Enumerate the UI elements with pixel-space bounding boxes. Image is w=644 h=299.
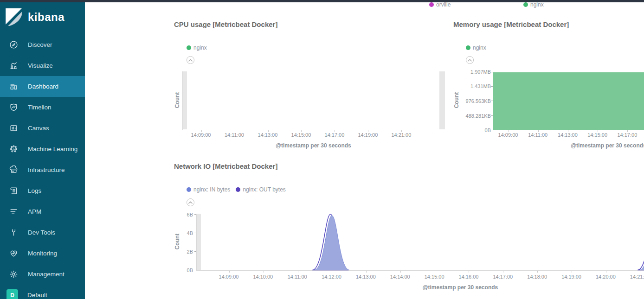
x-tick-mark bbox=[537, 271, 538, 273]
legend-collapse-button[interactable] bbox=[466, 56, 474, 64]
cpu-usage-panel-title[interactable]: CPU usage [Metricbeat Docker] bbox=[174, 20, 277, 28]
y-tick-mark bbox=[194, 251, 196, 252]
x-tick-mark bbox=[572, 271, 572, 273]
sidebar-item-timelion[interactable]: Timelion bbox=[0, 97, 85, 118]
chevron-up-icon bbox=[188, 201, 193, 204]
x-tick-mark bbox=[606, 271, 606, 273]
legend-color-dot bbox=[236, 187, 240, 192]
memory-x-axis-title: @timestamp per 30 seconds bbox=[493, 142, 644, 149]
network-x-axis-ticks: 14:09:0014:10:0014:11:0014:12:0014:13:00… bbox=[196, 274, 644, 280]
y-tick-mark bbox=[194, 233, 196, 233]
memory-chart-plot[interactable] bbox=[493, 71, 644, 130]
legend-item-nginx[interactable]: nginx bbox=[187, 45, 207, 51]
sidebar-item-management[interactable]: Management bbox=[0, 264, 85, 285]
network-io-panel-title[interactable]: Network IO [Metricbeat Docker] bbox=[174, 162, 277, 170]
x-tick-label: 14:20:00 bbox=[596, 274, 616, 280]
cpu-y-axis-label: Count bbox=[174, 82, 180, 119]
network-chart-plot[interactable] bbox=[196, 214, 644, 271]
legend-item-nginx-in-bytes[interactable]: nginx: IN bytes bbox=[187, 186, 230, 193]
sidebar-item-apm[interactable]: APM bbox=[0, 201, 85, 222]
memory-x-axis-ticks: 14:09:0014:11:0014:13:0014:15:0014:17:00… bbox=[493, 132, 644, 139]
sidebar-item-label: Infrastructure bbox=[28, 166, 65, 173]
y-tick-label: 4B bbox=[187, 230, 193, 236]
y-tick-label: 1.907MB bbox=[470, 69, 491, 75]
x-tick-mark bbox=[640, 271, 640, 273]
x-tick-mark bbox=[264, 271, 264, 273]
legend-collapse-button[interactable] bbox=[187, 56, 194, 64]
legend-label: nginx: IN bytes bbox=[193, 186, 230, 193]
cpu-chart-plot[interactable] bbox=[182, 71, 444, 130]
network-io-area-series bbox=[197, 214, 644, 270]
sidebar-item-label: Monitoring bbox=[28, 250, 57, 257]
y-tick-label: 1.431MB bbox=[470, 83, 491, 89]
cpu-legend: nginx bbox=[187, 45, 207, 51]
memory-area-series-nginx bbox=[493, 72, 644, 130]
x-tick-mark bbox=[400, 271, 401, 273]
x-tick-label: 14:16:00 bbox=[459, 274, 479, 280]
y-tick-label: 0B bbox=[187, 267, 193, 273]
y-tick-mark bbox=[491, 115, 493, 116]
network-x-axis-title: @timestamp per 30 seconds bbox=[196, 284, 644, 291]
cpu-x-axis-ticks: 14:09:0014:11:0014:13:0014:15:0014:17:00… bbox=[182, 132, 444, 139]
sidebar-item-monitoring[interactable]: Monitoring bbox=[0, 243, 85, 264]
x-tick-label: 14:09:00 bbox=[191, 132, 211, 138]
top-header-edge bbox=[0, 0, 644, 2]
x-tick-label: 14:10:00 bbox=[253, 274, 273, 280]
x-tick-mark bbox=[332, 271, 332, 273]
network-legend: nginx: IN bytesnginx: OUT bytes bbox=[187, 186, 286, 193]
legend-color-dot bbox=[429, 2, 434, 7]
kibana-logo[interactable]: kibana bbox=[0, 0, 85, 33]
y-tick-label: 6B bbox=[187, 212, 193, 217]
network-y-axis-ticks: 6B4B2B0B bbox=[156, 214, 193, 271]
sidebar-item-visualize[interactable]: Visualize bbox=[0, 55, 85, 76]
sidebar-item-label: Dev Tools bbox=[28, 229, 55, 236]
sidebar-item-infrastructure[interactable]: Infrastructure bbox=[0, 159, 85, 180]
legend-item-orville[interactable]: orville bbox=[429, 1, 451, 8]
memory-usage-panel-title[interactable]: Memory usage [Metricbeat Docker] bbox=[453, 20, 569, 28]
x-tick-label: 14:14:00 bbox=[390, 274, 410, 280]
sidebar-item-label: Discover bbox=[28, 41, 52, 48]
x-tick-label: 14:18:00 bbox=[527, 274, 547, 280]
sidebar-item-label: Timelion bbox=[28, 104, 52, 111]
visualize-icon bbox=[8, 61, 19, 70]
legend-item-nginx[interactable]: nginx bbox=[523, 1, 544, 8]
sidebar-nav: DiscoverVisualizeDashboardTimelionCanvas… bbox=[0, 34, 85, 299]
legend-collapse-button[interactable] bbox=[187, 198, 194, 206]
y-tick-mark bbox=[491, 72, 493, 72]
sidebar-item-discover[interactable]: Discover bbox=[0, 34, 85, 55]
infrastructure-icon bbox=[8, 165, 19, 175]
legend-item-nginx[interactable]: nginx bbox=[466, 45, 486, 51]
x-tick-label: 14:15:00 bbox=[587, 132, 607, 138]
gear-icon bbox=[8, 270, 19, 279]
main-content: orvillenginx CPU usage [Metricbeat Docke… bbox=[85, 0, 644, 299]
x-tick-mark bbox=[298, 271, 298, 273]
space-badge-icon: D bbox=[6, 289, 18, 299]
sidebar-item-dev-tools[interactable]: Dev Tools bbox=[0, 222, 85, 243]
x-tick-label: 14:17:00 bbox=[325, 132, 345, 138]
legend-color-dot bbox=[523, 2, 528, 7]
apm-icon bbox=[8, 207, 19, 216]
sidebar-item-label: APM bbox=[28, 208, 41, 215]
sidebar-item-canvas[interactable]: Canvas bbox=[0, 118, 85, 139]
legend-item-nginx-out-bytes[interactable]: nginx: OUT bytes bbox=[236, 186, 285, 193]
chevron-up-icon bbox=[188, 59, 193, 62]
partial-bucket-endzone bbox=[183, 71, 187, 129]
out-bytes-line bbox=[312, 214, 644, 270]
x-tick-label: 14:21:00 bbox=[630, 274, 644, 280]
sidebar-item-machine-learning[interactable]: Machine Learning bbox=[0, 139, 85, 159]
x-tick-label: 14:11:00 bbox=[225, 132, 244, 138]
x-tick-mark bbox=[366, 271, 367, 273]
x-tick-label: 14:19:00 bbox=[561, 274, 581, 280]
timelion-icon bbox=[8, 103, 19, 112]
in-bytes-area bbox=[314, 216, 644, 270]
partial-bucket-endzone bbox=[197, 214, 201, 270]
sidebar-item-default[interactable]: DDefault bbox=[0, 285, 85, 299]
wrench-icon bbox=[8, 228, 19, 237]
y-tick-mark bbox=[194, 270, 196, 270]
logs-icon bbox=[8, 186, 19, 196]
x-tick-label: 14:13:00 bbox=[258, 132, 278, 138]
x-tick-label: 14:21:00 bbox=[391, 132, 411, 138]
sidebar-item-logs[interactable]: Logs bbox=[0, 180, 85, 201]
sidebar-item-dashboard[interactable]: Dashboard bbox=[0, 76, 85, 97]
x-tick-mark bbox=[229, 271, 230, 273]
